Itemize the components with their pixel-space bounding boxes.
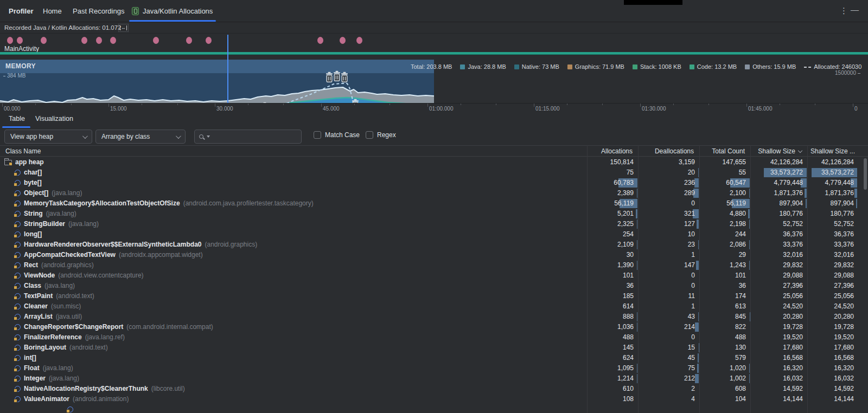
axis-tick-label: 01:00.000	[429, 106, 454, 112]
cell-value: 101	[735, 272, 746, 279]
minimize-icon[interactable]: —	[851, 5, 859, 14]
search-input[interactable]	[194, 130, 302, 144]
column-separator[interactable]	[750, 145, 751, 413]
numeric-cell: 4	[638, 394, 699, 404]
regex-checkbox[interactable]	[366, 131, 373, 139]
table-row[interactable]: Cleaner(sun.misc)614161324,52024,520	[0, 301, 868, 312]
allocation-event-dot[interactable]	[110, 37, 116, 44]
match-case-checkbox[interactable]	[314, 131, 321, 139]
table-row[interactable]: ValueAnimator(android.animation)10841041…	[0, 394, 868, 404]
axis-tick-label: 0	[854, 106, 858, 112]
arrange-dropdown[interactable]: Arrange by class	[95, 130, 186, 144]
table-row[interactable]: Class(java.lang)3603627,39627,396	[0, 281, 868, 291]
table-row[interactable]: String(java.lang)5,2013214,880180,776180…	[0, 209, 868, 219]
column-header-class-name[interactable]: Class Name	[5, 147, 41, 155]
table-row[interactable]: StringBuilder(java.lang)2,3251272,19852,…	[0, 219, 868, 229]
numeric-cell: 845	[699, 312, 750, 322]
memory-chart-section[interactable]: MEMORY 384 MB Total: 203.8 MBJava: 28.8 …	[0, 55, 868, 103]
vertical-scrollbar[interactable]	[864, 158, 867, 190]
allocation-event-dot[interactable]	[7, 37, 13, 44]
table-row[interactable]: char[]75205533,573,27233,573,272	[0, 167, 868, 178]
kebab-menu-icon[interactable]: ⋮	[840, 6, 848, 16]
table-row[interactable]: AppCompatCheckedTextView(androidx.appcom…	[0, 250, 868, 260]
tab-java-kotlin-allocations[interactable]: Java/Kotlin Allocations	[132, 0, 213, 22]
table-row[interactable]: byte[]60,78323660,5474,779,4484,779,448	[0, 178, 868, 188]
column-separator[interactable]	[587, 145, 588, 413]
event-track[interactable]	[0, 34, 868, 49]
table-row[interactable]: ViewNode(android.view.contentcapture)101…	[0, 270, 868, 281]
column-header-shallow-size-[interactable]: Shallow Size ...	[810, 147, 864, 155]
column-header-allocations[interactable]: Allocations	[587, 147, 633, 155]
value-histogram-bar	[698, 168, 699, 177]
allocation-event-dot[interactable]	[81, 37, 87, 44]
allocation-event-dot[interactable]	[153, 37, 159, 44]
table-row[interactable]: ChangeReporter$ChangeReport(com.android.…	[0, 322, 868, 332]
table-row[interactable]: long[]2541024436,37636,376	[0, 229, 868, 240]
numeric-cell: 14,592	[807, 384, 868, 394]
match-case-option[interactable]: Match Case	[314, 131, 360, 139]
class-icon	[15, 345, 21, 351]
cell-value: 488	[623, 333, 634, 341]
tab-past-recordings[interactable]: Past Recordings	[73, 0, 124, 22]
column-header-total-count[interactable]: Total Count	[699, 147, 745, 155]
cell-value: 19,520	[783, 333, 803, 341]
allocation-event-dot[interactable]	[356, 37, 362, 44]
table-row[interactable]: app heap150,8143,159147,65542,126,28442,…	[0, 157, 868, 167]
table-row-clipped[interactable]	[0, 405, 868, 413]
column-header-deallocations[interactable]: Deallocations	[638, 147, 694, 155]
column-separator[interactable]	[638, 145, 639, 413]
table-row[interactable]: Float(java.lang)1,095751,02016,32016,320	[0, 363, 868, 373]
column-header-shallow-size[interactable]: Shallow Size	[750, 147, 802, 155]
tab-table[interactable]: Table	[9, 115, 25, 122]
cell-value: 16,032	[783, 375, 803, 382]
class-icon	[15, 242, 21, 248]
table-row[interactable]: int[]6244557916,56816,568	[0, 353, 868, 363]
class-icon	[15, 180, 21, 186]
class-name-text: Class	[24, 282, 41, 289]
package-name-text: (libcore.util)	[151, 385, 185, 392]
class-name-text: byte[]	[24, 179, 42, 186]
android-device-icon	[132, 7, 139, 15]
cell-value: 174	[735, 292, 746, 300]
column-separator[interactable]	[699, 145, 700, 413]
numeric-cell: 897,904	[807, 198, 868, 209]
class-name-text: MemoryTaskCategory$AllocationTestObjectO…	[24, 199, 180, 207]
table-row[interactable]: FinalizerReference(java.lang.ref)4880488…	[0, 332, 868, 343]
table-row[interactable]: Rect(android.graphics)1,3901471,24329,83…	[0, 260, 868, 270]
allocation-event-dot[interactable]	[340, 37, 346, 44]
table-row[interactable]: Object[](java.lang)2,3892892,1001,871,37…	[0, 188, 868, 198]
numeric-cell: 30	[587, 250, 638, 260]
table-row[interactable]: MemoryTaskCategory$AllocationTestObjectO…	[0, 198, 868, 209]
numeric-cell: 75	[587, 167, 638, 178]
cell-value: 19,728	[834, 323, 854, 331]
numeric-cell: 897,904	[750, 198, 807, 209]
garbage-collection-icon	[334, 71, 340, 81]
allocation-event-dot[interactable]	[96, 37, 102, 44]
class-icon	[15, 355, 21, 361]
allocation-event-dot[interactable]	[186, 37, 192, 44]
regex-option[interactable]: Regex	[366, 131, 396, 139]
class-name-cell: AppCompatCheckedTextView(androidx.appcom…	[15, 251, 203, 259]
tab-visualization[interactable]: Visualization	[35, 115, 73, 122]
table-row[interactable]: Integer(java.lang)1,2142121,00216,03216,…	[0, 373, 868, 384]
column-separator[interactable]	[807, 145, 808, 413]
selection-range-icon[interactable]: ↔	[118, 24, 129, 32]
numeric-cell: 579	[699, 353, 750, 363]
allocation-event-dot[interactable]	[206, 37, 212, 44]
cell-value: 42,126,284	[821, 158, 854, 166]
allocation-event-dot[interactable]	[317, 37, 323, 44]
cell-value: 897,904	[780, 199, 803, 207]
table-row[interactable]: HardwareRendererObserver$$ExternalSynthe…	[0, 240, 868, 250]
axis-minor-tick	[673, 104, 674, 105]
table-row[interactable]: BoringLayout(android.text)1451513017,680…	[0, 343, 868, 353]
allocation-event-dot[interactable]	[41, 37, 47, 44]
timeline-playhead[interactable]	[227, 35, 228, 103]
table-row[interactable]: NativeAllocationRegistry$CleanerThunk(li…	[0, 384, 868, 394]
allocation-event-dot[interactable]	[17, 37, 23, 44]
axis-minor-tick	[248, 104, 248, 105]
table-row[interactable]: ArrayList(java.util)8884384520,28020,280	[0, 312, 868, 322]
heap-dropdown[interactable]: View app heap	[4, 130, 92, 144]
table-row[interactable]: TextPaint(android.text)1851117425,05625,…	[0, 291, 868, 301]
tab-home[interactable]: Home	[43, 0, 62, 22]
tab-profiler[interactable]: Profiler	[9, 0, 34, 22]
